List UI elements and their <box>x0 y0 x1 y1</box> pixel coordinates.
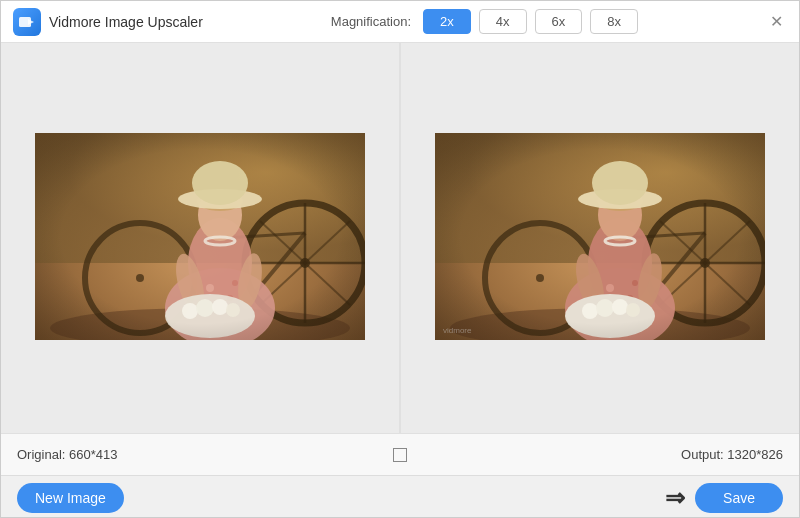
app-title: Vidmore Image Upscaler <box>49 14 203 30</box>
main-area: vidmore <box>1 43 799 433</box>
magnification-group: Magnification: 2x 4x 6x 8x <box>331 9 638 34</box>
app-icon <box>13 8 41 36</box>
mag-6x-button[interactable]: 6x <box>535 9 583 34</box>
output-image-container: vidmore <box>435 133 765 344</box>
mag-4x-button[interactable]: 4x <box>479 9 527 34</box>
compare-checkbox[interactable] <box>393 448 407 462</box>
info-bar: Original: 660*413 Output: 1320*826 <box>1 433 799 475</box>
new-image-button[interactable]: New Image <box>17 483 124 513</box>
mag-2x-button[interactable]: 2x <box>423 9 471 34</box>
title-bar: Vidmore Image Upscaler Magnification: 2x… <box>1 1 799 43</box>
original-image-container <box>35 133 365 344</box>
original-panel <box>1 43 399 433</box>
bottom-right: ⇒ Save <box>665 483 783 513</box>
svg-rect-66 <box>435 133 765 340</box>
output-panel: vidmore <box>401 43 799 433</box>
save-button[interactable]: Save <box>695 483 783 513</box>
title-bar-left: Vidmore Image Upscaler <box>13 8 203 36</box>
svg-rect-33 <box>35 133 365 340</box>
bottom-bar: New Image ⇒ Save <box>1 475 799 518</box>
output-info: Output: 1320*826 <box>681 447 783 462</box>
close-button[interactable]: ✕ <box>766 10 787 34</box>
panel-divider <box>399 43 401 433</box>
original-image <box>35 133 365 340</box>
mag-8x-button[interactable]: 8x <box>590 9 638 34</box>
magnification-label: Magnification: <box>331 14 411 29</box>
arrow-icon: ⇒ <box>665 484 685 512</box>
output-image: vidmore <box>435 133 765 340</box>
original-info: Original: 660*413 <box>17 447 117 462</box>
